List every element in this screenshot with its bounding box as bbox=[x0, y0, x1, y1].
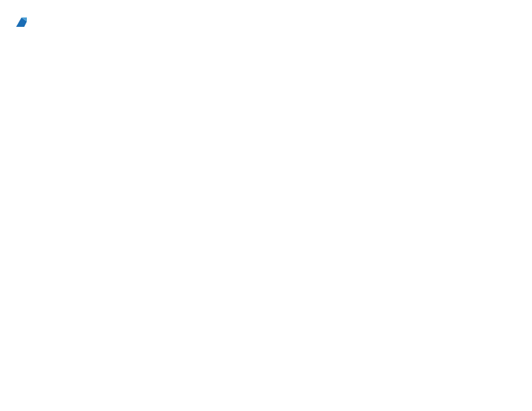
logo bbox=[13, 13, 28, 28]
page-header bbox=[13, 13, 519, 28]
logo-icon bbox=[15, 15, 28, 28]
